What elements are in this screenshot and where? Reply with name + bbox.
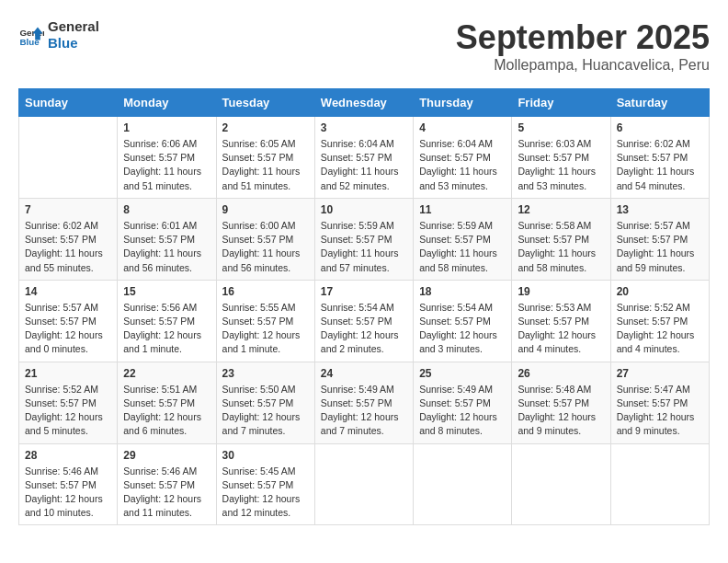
day-number: 22 bbox=[123, 367, 210, 380]
day-number: 1 bbox=[123, 121, 210, 134]
day-number: 17 bbox=[321, 285, 407, 298]
week-row-0: 1Sunrise: 6:06 AM Sunset: 5:57 PM Daylig… bbox=[19, 117, 710, 199]
day-number: 29 bbox=[123, 449, 210, 462]
day-info: Sunrise: 5:45 AM Sunset: 5:57 PM Dayligh… bbox=[222, 465, 309, 521]
day-number: 27 bbox=[617, 367, 703, 380]
calendar-cell: 26Sunrise: 5:48 AM Sunset: 5:57 PM Dayli… bbox=[512, 362, 610, 443]
day-number: 5 bbox=[518, 121, 604, 134]
day-info: Sunrise: 5:51 AM Sunset: 5:57 PM Dayligh… bbox=[123, 383, 210, 439]
calendar-cell bbox=[610, 443, 709, 525]
calendar-cell: 27Sunrise: 5:47 AM Sunset: 5:57 PM Dayli… bbox=[610, 362, 709, 443]
calendar-cell: 22Sunrise: 5:51 AM Sunset: 5:57 PM Dayli… bbox=[118, 362, 216, 443]
location-title: Mollepampa, Huancavelica, Peru bbox=[456, 57, 710, 74]
calendar-cell: 1Sunrise: 6:06 AM Sunset: 5:57 PM Daylig… bbox=[118, 117, 216, 199]
day-info: Sunrise: 5:57 AM Sunset: 5:57 PM Dayligh… bbox=[617, 219, 703, 275]
day-info: Sunrise: 5:49 AM Sunset: 5:57 PM Dayligh… bbox=[321, 383, 407, 439]
day-info: Sunrise: 5:46 AM Sunset: 5:57 PM Dayligh… bbox=[123, 465, 210, 521]
day-info: Sunrise: 5:52 AM Sunset: 5:57 PM Dayligh… bbox=[25, 383, 111, 439]
day-info: Sunrise: 6:06 AM Sunset: 5:57 PM Dayligh… bbox=[123, 137, 210, 193]
day-info: Sunrise: 5:59 AM Sunset: 5:57 PM Dayligh… bbox=[419, 219, 506, 275]
day-info: Sunrise: 5:50 AM Sunset: 5:57 PM Dayligh… bbox=[222, 383, 309, 439]
day-number: 14 bbox=[25, 285, 111, 298]
day-info: Sunrise: 5:57 AM Sunset: 5:57 PM Dayligh… bbox=[25, 301, 111, 357]
header-thursday: Thursday bbox=[414, 89, 512, 117]
calendar-cell: 2Sunrise: 6:05 AM Sunset: 5:57 PM Daylig… bbox=[216, 117, 314, 199]
day-number: 4 bbox=[419, 121, 506, 134]
day-number: 16 bbox=[222, 285, 309, 298]
title-block: September 2025 Mollepampa, Huancavelica,… bbox=[456, 18, 710, 74]
calendar-cell: 8Sunrise: 6:01 AM Sunset: 5:57 PM Daylig… bbox=[118, 198, 216, 280]
week-row-1: 7Sunrise: 6:02 AM Sunset: 5:57 PM Daylig… bbox=[19, 198, 710, 280]
calendar-cell: 19Sunrise: 5:53 AM Sunset: 5:57 PM Dayli… bbox=[512, 280, 610, 362]
day-info: Sunrise: 5:52 AM Sunset: 5:57 PM Dayligh… bbox=[617, 301, 703, 357]
calendar-cell: 30Sunrise: 5:45 AM Sunset: 5:57 PM Dayli… bbox=[216, 443, 314, 525]
logo-general: General bbox=[48, 18, 99, 35]
day-number: 12 bbox=[518, 203, 604, 216]
day-info: Sunrise: 6:05 AM Sunset: 5:57 PM Dayligh… bbox=[222, 137, 309, 193]
day-info: Sunrise: 6:02 AM Sunset: 5:57 PM Dayligh… bbox=[25, 219, 111, 275]
calendar-cell: 16Sunrise: 5:55 AM Sunset: 5:57 PM Dayli… bbox=[216, 280, 314, 362]
calendar-cell: 29Sunrise: 5:46 AM Sunset: 5:57 PM Dayli… bbox=[118, 443, 216, 525]
calendar-cell: 23Sunrise: 5:50 AM Sunset: 5:57 PM Dayli… bbox=[216, 362, 314, 443]
header-friday: Friday bbox=[512, 89, 610, 117]
day-number: 25 bbox=[419, 367, 506, 380]
calendar-cell: 13Sunrise: 5:57 AM Sunset: 5:57 PM Dayli… bbox=[610, 198, 709, 280]
calendar-cell: 18Sunrise: 5:54 AM Sunset: 5:57 PM Dayli… bbox=[414, 280, 512, 362]
calendar-cell: 14Sunrise: 5:57 AM Sunset: 5:57 PM Dayli… bbox=[19, 280, 118, 362]
day-info: Sunrise: 6:02 AM Sunset: 5:57 PM Dayligh… bbox=[617, 137, 703, 193]
day-number: 10 bbox=[321, 203, 407, 216]
day-number: 23 bbox=[222, 367, 309, 380]
calendar-cell: 25Sunrise: 5:49 AM Sunset: 5:57 PM Dayli… bbox=[414, 362, 512, 443]
day-info: Sunrise: 6:01 AM Sunset: 5:57 PM Dayligh… bbox=[123, 219, 210, 275]
calendar-table: SundayMondayTuesdayWednesdayThursdayFrid… bbox=[18, 88, 710, 525]
calendar-cell: 7Sunrise: 6:02 AM Sunset: 5:57 PM Daylig… bbox=[19, 198, 118, 280]
calendar-cell: 5Sunrise: 6:03 AM Sunset: 5:57 PM Daylig… bbox=[512, 117, 610, 199]
day-info: Sunrise: 5:47 AM Sunset: 5:57 PM Dayligh… bbox=[617, 383, 703, 439]
day-number: 26 bbox=[518, 367, 604, 380]
day-number: 7 bbox=[25, 203, 111, 216]
day-info: Sunrise: 5:54 AM Sunset: 5:57 PM Dayligh… bbox=[321, 301, 407, 357]
calendar-cell bbox=[414, 443, 512, 525]
day-info: Sunrise: 5:56 AM Sunset: 5:57 PM Dayligh… bbox=[123, 301, 210, 357]
day-number: 21 bbox=[25, 367, 111, 380]
calendar-cell: 15Sunrise: 5:56 AM Sunset: 5:57 PM Dayli… bbox=[118, 280, 216, 362]
calendar-cell: 20Sunrise: 5:52 AM Sunset: 5:57 PM Dayli… bbox=[610, 280, 709, 362]
calendar-cell: 3Sunrise: 6:04 AM Sunset: 5:57 PM Daylig… bbox=[314, 117, 413, 199]
header-sunday: Sunday bbox=[19, 89, 118, 117]
calendar-cell bbox=[19, 117, 118, 199]
day-info: Sunrise: 6:03 AM Sunset: 5:57 PM Dayligh… bbox=[518, 137, 604, 193]
day-info: Sunrise: 5:59 AM Sunset: 5:57 PM Dayligh… bbox=[321, 219, 407, 275]
day-info: Sunrise: 5:54 AM Sunset: 5:57 PM Dayligh… bbox=[419, 301, 506, 357]
calendar-cell: 9Sunrise: 6:00 AM Sunset: 5:57 PM Daylig… bbox=[216, 198, 314, 280]
calendar-cell bbox=[512, 443, 610, 525]
logo: General Blue General Blue bbox=[18, 18, 99, 52]
header-wednesday: Wednesday bbox=[314, 89, 413, 117]
header-tuesday: Tuesday bbox=[216, 89, 314, 117]
calendar-body: 1Sunrise: 6:06 AM Sunset: 5:57 PM Daylig… bbox=[19, 117, 710, 525]
day-number: 28 bbox=[25, 449, 111, 462]
calendar-header-row: SundayMondayTuesdayWednesdayThursdayFrid… bbox=[19, 89, 710, 117]
day-number: 3 bbox=[321, 121, 407, 134]
day-number: 30 bbox=[222, 449, 309, 462]
day-info: Sunrise: 5:48 AM Sunset: 5:57 PM Dayligh… bbox=[518, 383, 604, 439]
day-number: 15 bbox=[123, 285, 210, 298]
calendar-cell: 24Sunrise: 5:49 AM Sunset: 5:57 PM Dayli… bbox=[314, 362, 413, 443]
logo-blue: Blue bbox=[48, 35, 99, 52]
calendar-cell bbox=[314, 443, 413, 525]
day-info: Sunrise: 5:58 AM Sunset: 5:57 PM Dayligh… bbox=[518, 219, 604, 275]
week-row-3: 21Sunrise: 5:52 AM Sunset: 5:57 PM Dayli… bbox=[19, 362, 710, 443]
month-title: September 2025 bbox=[456, 18, 710, 57]
day-number: 2 bbox=[222, 121, 309, 134]
calendar-cell: 12Sunrise: 5:58 AM Sunset: 5:57 PM Dayli… bbox=[512, 198, 610, 280]
header-saturday: Saturday bbox=[610, 89, 709, 117]
day-number: 18 bbox=[419, 285, 506, 298]
page-header: General Blue General Blue September 2025… bbox=[18, 18, 710, 74]
day-info: Sunrise: 5:53 AM Sunset: 5:57 PM Dayligh… bbox=[518, 301, 604, 357]
day-info: Sunrise: 6:04 AM Sunset: 5:57 PM Dayligh… bbox=[419, 137, 506, 193]
logo-icon: General Blue bbox=[18, 22, 44, 48]
day-info: Sunrise: 5:55 AM Sunset: 5:57 PM Dayligh… bbox=[222, 301, 309, 357]
week-row-2: 14Sunrise: 5:57 AM Sunset: 5:57 PM Dayli… bbox=[19, 280, 710, 362]
calendar-cell: 17Sunrise: 5:54 AM Sunset: 5:57 PM Dayli… bbox=[314, 280, 413, 362]
day-number: 13 bbox=[617, 203, 703, 216]
day-number: 24 bbox=[321, 367, 407, 380]
